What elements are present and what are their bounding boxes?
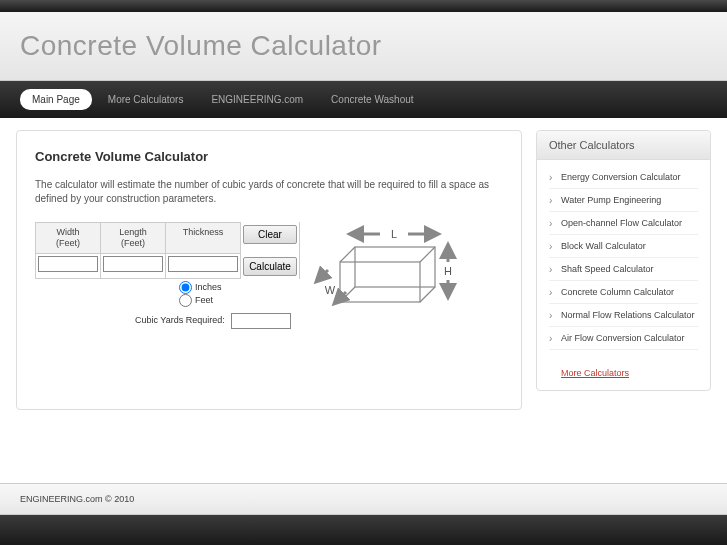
radio-inches-text: Inches [195, 281, 222, 291]
radio-feet-label[interactable]: Feet [179, 294, 300, 307]
sidebar-list: Energy Conversion Calculator Water Pump … [537, 160, 710, 360]
sidebar-item[interactable]: Energy Conversion Calculator [549, 166, 698, 189]
header-thickness: Thickness [165, 222, 240, 254]
width-cell [35, 254, 100, 279]
svg-line-3 [420, 247, 435, 262]
calculator-table: Width (Feet) Length (Feet) Thickness Cle… [35, 222, 300, 329]
clear-button[interactable]: Clear [243, 225, 297, 244]
unit-radio-group: Inches Feet [35, 279, 300, 309]
main-panel: Concrete Volume Calculator The calculato… [16, 130, 522, 410]
header-length: Length (Feet) [100, 222, 165, 254]
sidebar-item[interactable]: Open-channel Flow Calculator [549, 212, 698, 235]
svg-line-2 [340, 247, 355, 262]
clear-cell: Clear [240, 222, 300, 254]
thickness-input[interactable] [168, 256, 238, 272]
radio-feet-text: Feet [195, 294, 213, 304]
length-cell [100, 254, 165, 279]
svg-line-9 [338, 292, 346, 300]
result-output[interactable] [231, 313, 291, 329]
svg-line-8 [320, 270, 328, 278]
nav-main-page[interactable]: Main Page [20, 89, 92, 110]
radio-inches[interactable] [179, 281, 192, 294]
box-diagram: L W H [310, 222, 460, 332]
header-width: Width (Feet) [35, 222, 100, 254]
bottom-accent-bar [0, 515, 727, 545]
site-title: Concrete Volume Calculator [20, 30, 707, 62]
sidebar: Other Calculators Energy Conversion Calc… [536, 130, 711, 391]
nav-engineering-com[interactable]: ENGINEERING.com [199, 89, 315, 110]
width-input[interactable] [38, 256, 98, 272]
sidebar-item[interactable]: Concrete Column Calculator [549, 281, 698, 304]
top-accent-bar [0, 0, 727, 12]
header: Concrete Volume Calculator [0, 12, 727, 81]
calculate-cell: Calculate [240, 254, 300, 279]
diagram-label-L: L [391, 228, 397, 240]
description-text: The calculator will estimate the number … [35, 178, 503, 206]
copyright-text: ENGINEERING.com © 2010 [20, 494, 134, 504]
radio-inches-label[interactable]: Inches [179, 281, 300, 294]
nav-concrete-washout[interactable]: Concrete Washout [319, 89, 425, 110]
sidebar-item[interactable]: Air Flow Conversion Calculator [549, 327, 698, 350]
svg-rect-1 [355, 247, 435, 287]
length-input[interactable] [103, 256, 163, 272]
result-label: Cubic Yards Required: [135, 315, 225, 325]
svg-rect-0 [340, 262, 420, 302]
main-nav: Main Page More Calculators ENGINEERING.c… [0, 81, 727, 118]
diagram-label-W: W [325, 284, 336, 296]
svg-line-5 [420, 287, 435, 302]
sidebar-item[interactable]: Normal Flow Relations Calculator [549, 304, 698, 327]
sidebar-item[interactable]: Water Pump Engineering [549, 189, 698, 212]
page-title: Concrete Volume Calculator [35, 149, 503, 164]
diagram-label-H: H [444, 265, 452, 277]
more-calculators-link[interactable]: More Calculators [537, 360, 710, 390]
sidebar-item[interactable]: Shaft Speed Calculator [549, 258, 698, 281]
result-row: Cubic Yards Required: [35, 309, 300, 329]
content: Concrete Volume Calculator The calculato… [0, 118, 727, 422]
sidebar-title: Other Calculators [537, 131, 710, 160]
footer: ENGINEERING.com © 2010 [0, 483, 727, 515]
radio-feet[interactable] [179, 294, 192, 307]
thickness-cell [165, 254, 240, 279]
sidebar-item[interactable]: Block Wall Calculator [549, 235, 698, 258]
nav-more-calculators[interactable]: More Calculators [96, 89, 196, 110]
calculate-button[interactable]: Calculate [243, 257, 297, 276]
calculator-area: Width (Feet) Length (Feet) Thickness Cle… [35, 222, 503, 332]
